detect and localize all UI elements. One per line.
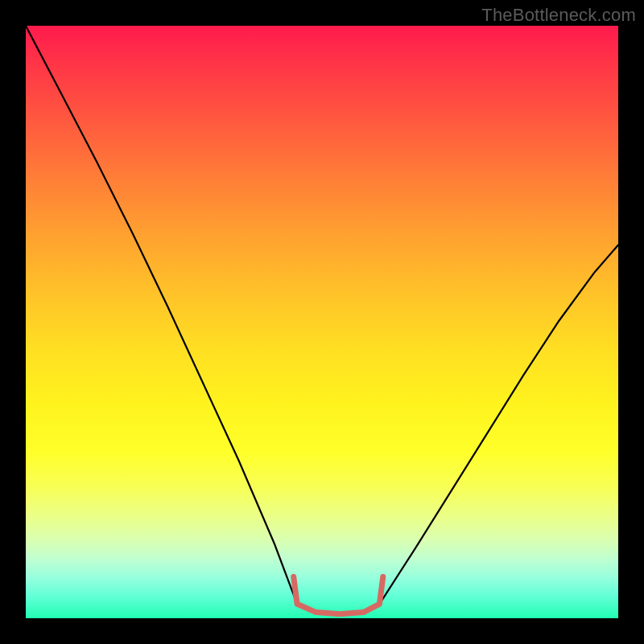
watermark-text: TheBottleneck.com [481,5,636,26]
plot-area [26,26,618,618]
trough-marker [294,577,383,614]
curve-right-branch [379,245,618,604]
chart-svg [26,26,618,618]
chart-container: TheBottleneck.com [0,0,644,644]
curve-left-branch [26,26,297,604]
